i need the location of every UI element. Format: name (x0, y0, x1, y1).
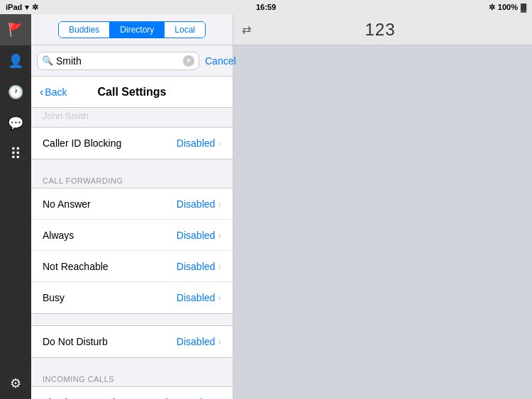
sidebar-item-contacts[interactable]: 👤 (0, 45, 31, 77)
sidebar-item-settings[interactable]: ⚙ (0, 368, 31, 399)
caller-id-row[interactable]: Caller ID Blocking Disabled › (31, 128, 233, 159)
left-panel: Buddies Directory Local 🔍 × Cancel ‹ Bac… (31, 14, 233, 399)
dnd-label: Do Not Disturb (43, 336, 177, 347)
sidebar-item-recents[interactable]: 🕐 (0, 77, 31, 108)
incoming-calls-header: INCOMING CALLS (31, 369, 233, 386)
not-reachable-chevron-icon: › (218, 261, 221, 272)
spacer-3 (31, 358, 233, 369)
caller-id-group: Caller ID Blocking Disabled › (31, 127, 233, 159)
tab-local[interactable]: Local (165, 22, 205, 38)
search-input-wrap: 🔍 × (37, 52, 199, 70)
no-answer-label: No Answer (43, 198, 177, 210)
always-chevron-icon: › (218, 230, 221, 241)
simultaneous-ring-row[interactable]: Simultaneous Ring Personal Dis... › (31, 387, 233, 399)
busy-chevron-icon: › (218, 292, 221, 303)
settings-title: Call Settings (98, 86, 167, 99)
battery-label: 100% (498, 3, 518, 11)
contacts-icon: 👤 (8, 53, 23, 69)
dnd-group: Do Not Disturb Disabled › (31, 325, 233, 358)
dialpad-icon: ⠿ (10, 145, 22, 164)
sidebar: 🚩 👤 🕐 💬 ⠿ ⚙ (0, 14, 31, 399)
status-time: 16:59 (256, 3, 276, 11)
search-icon: 🔍 (42, 55, 53, 66)
tab-buddies[interactable]: Buddies (59, 22, 110, 38)
call-forwarding-group: No Answer Disabled › Always Disabled › N… (31, 188, 233, 314)
bluetooth-status-icon: ✲ (489, 3, 495, 12)
search-bar: 🔍 × Cancel (31, 45, 233, 77)
call-settings-panel: ‹ Back Call Settings John Smith Caller I… (31, 77, 233, 399)
search-input[interactable] (56, 55, 180, 67)
status-bar: iPad ▾ ✲ 16:59 ✲ 100% ▓ (0, 0, 532, 14)
wifi-icon: ▾ (25, 3, 29, 12)
status-left: iPad ▾ ✲ (6, 3, 38, 12)
expand-icon[interactable]: ⇄ (242, 23, 251, 36)
caller-id-value: Disabled (177, 137, 215, 149)
tabs-group: Buddies Directory Local (58, 21, 206, 38)
sidebar-item-home[interactable]: 🚩 (0, 14, 31, 45)
settings-header: ‹ Back Call Settings (31, 77, 233, 108)
home-icon: 🚩 (8, 22, 23, 38)
busy-value: Disabled (177, 292, 215, 303)
no-answer-row[interactable]: No Answer Disabled › (31, 189, 233, 220)
back-chevron-icon: ‹ (40, 86, 43, 99)
battery-icon: ▓ (521, 3, 526, 11)
cancel-button[interactable]: Cancel (205, 55, 236, 67)
back-label: Back (45, 86, 67, 98)
app-container: 🚩 👤 🕐 💬 ⠿ ⚙ Buddies Directory Local (0, 14, 532, 399)
caller-id-chevron-icon: › (218, 137, 221, 149)
always-value: Disabled (177, 230, 215, 241)
no-answer-chevron-icon: › (218, 198, 221, 210)
call-forwarding-header: CALL FORWARDING (31, 171, 233, 188)
back-button[interactable]: ‹ Back (40, 86, 67, 99)
not-reachable-label: Not Reachable (43, 261, 177, 272)
dnd-value: Disabled (177, 336, 215, 347)
recents-icon: 🕐 (8, 84, 23, 100)
ghost-contact-text: John Smith (31, 108, 233, 127)
caller-id-label: Caller ID Blocking (43, 137, 177, 149)
always-label: Always (43, 230, 177, 241)
sidebar-item-messages[interactable]: 💬 (0, 108, 31, 139)
right-toolbar: ⇄ 123 (233, 14, 532, 45)
search-clear-button[interactable]: × (183, 55, 194, 67)
not-reachable-value: Disabled (177, 261, 215, 272)
busy-label: Busy (43, 292, 177, 303)
status-right: ✲ 100% ▓ (489, 3, 526, 12)
spacer-2 (31, 314, 233, 325)
incoming-calls-group: Simultaneous Ring Personal Dis... › (31, 386, 233, 399)
sidebar-item-dialpad[interactable]: ⠿ (0, 139, 31, 170)
messages-icon: 💬 (8, 116, 23, 131)
dnd-chevron-icon: › (218, 336, 221, 347)
ipad-label: iPad (6, 3, 22, 11)
right-panel: ⇄ 123 (233, 14, 532, 399)
busy-row[interactable]: Busy Disabled › (31, 282, 233, 313)
spacer-1 (31, 159, 233, 171)
phone-number-display: 123 (365, 20, 395, 40)
always-row[interactable]: Always Disabled › (31, 220, 233, 251)
settings-icon: ⚙ (10, 376, 21, 391)
tab-directory[interactable]: Directory (110, 22, 165, 38)
tabs-bar: Buddies Directory Local (31, 14, 233, 45)
no-answer-value: Disabled (177, 198, 215, 210)
not-reachable-row[interactable]: Not Reachable Disabled › (31, 251, 233, 282)
dnd-row[interactable]: Do Not Disturb Disabled › (31, 326, 233, 357)
bluetooth-icon: ✲ (32, 3, 38, 12)
